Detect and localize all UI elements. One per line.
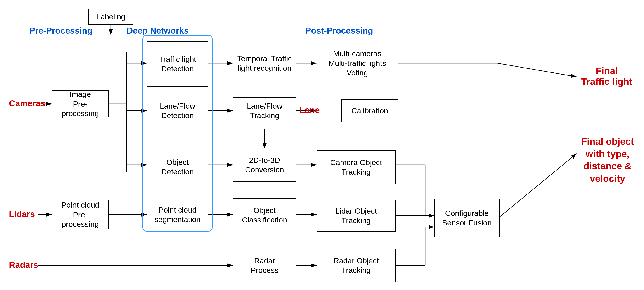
image-preprocessing-box: ImagePre-processing	[52, 90, 108, 117]
point-cloud-segmentation-box: Point cloudsegmentation	[147, 200, 208, 229]
point-cloud-preprocessing-box: Point cloudPre-processing	[52, 200, 108, 229]
post-processing-label: Post-Processing	[305, 26, 373, 36]
lidar-object-tracking-box: Lidar ObjectTracking	[316, 200, 396, 232]
lane-flow-detection-box: Lane/FlowDetection	[147, 95, 208, 126]
calibration-box: Calibration	[342, 99, 398, 122]
radar-process-box: RadarProcess	[233, 251, 296, 280]
traffic-light-detection-box: Traffic lightDetection	[147, 41, 208, 86]
svg-line-11	[498, 63, 576, 77]
final-object-label: Final objectwith type,distance &velocity	[581, 136, 634, 185]
multi-cameras-voting-box: Multi-camerasMulti-traffic lightsVoting	[316, 39, 398, 87]
final-traffic-light-label: FinalTraffic light	[581, 65, 632, 87]
labeling-box: Labeling	[88, 8, 134, 25]
lane-label: Lane	[300, 105, 320, 115]
lane-flow-tracking-box: Lane/FlowTracking	[233, 97, 296, 124]
radars-label: Radars	[9, 260, 38, 270]
camera-object-tracking-box: Camera ObjectTracking	[316, 150, 396, 184]
object-detection-box: ObjectDetection	[147, 148, 208, 186]
object-classification-box: ObjectClassification	[233, 198, 296, 232]
radar-object-tracking-box: Radar ObjectTracking	[316, 249, 396, 282]
cameras-label: Cameras	[9, 99, 46, 108]
twod-to-threed-box: 2D-to-3DConversion	[233, 148, 296, 182]
lidars-label: Lidars	[9, 209, 35, 219]
pre-processing-label: Pre-Processing	[30, 26, 92, 36]
deep-networks-label: Deep Networks	[127, 26, 189, 36]
svg-line-30	[500, 154, 576, 217]
temporal-traffic-box: Temporal Trafficlight recognition	[233, 44, 296, 82]
configurable-sensor-fusion-box: ConfigurableSensor Fusion	[434, 199, 500, 237]
